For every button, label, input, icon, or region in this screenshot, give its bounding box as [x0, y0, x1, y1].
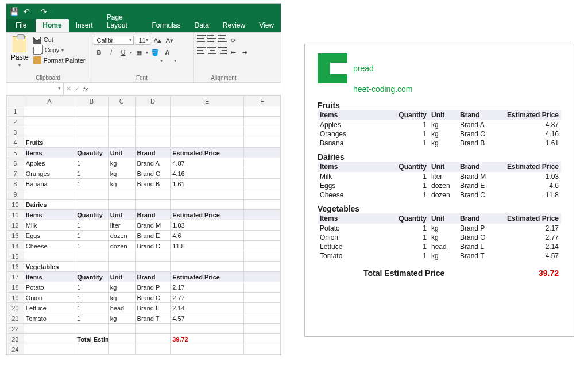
row-header[interactable]: 10	[7, 200, 24, 210]
col-header[interactable]: E	[171, 96, 244, 106]
row-header[interactable]: 16	[7, 262, 24, 272]
cell[interactable]: Onion	[24, 293, 75, 303]
cell[interactable]: Vegetables	[24, 262, 75, 272]
copy-button[interactable]: Copy ▾	[32, 45, 87, 55]
cell[interactable]	[244, 334, 281, 344]
cell[interactable]: kg	[108, 158, 135, 168]
grow-font-button[interactable]: A▴	[152, 35, 163, 45]
row-header[interactable]: 18	[7, 282, 24, 293]
cell[interactable]	[244, 137, 281, 148]
cell[interactable]	[75, 344, 108, 355]
tab-insert[interactable]: Insert	[69, 19, 100, 32]
row-header[interactable]: 15	[7, 251, 24, 262]
tab-page-layout[interactable]: Page Layout	[100, 11, 145, 32]
cell[interactable]	[108, 334, 135, 344]
paste-button[interactable]: Paste ▾	[10, 35, 30, 74]
cell[interactable]: dozen	[108, 241, 135, 251]
underline-button[interactable]: U	[118, 47, 128, 57]
cell[interactable]: Items	[24, 210, 75, 220]
cell[interactable]: Estimated Price	[171, 210, 244, 220]
row-header[interactable]: 5	[7, 148, 24, 158]
cell[interactable]: Quantity	[75, 210, 108, 220]
bold-button[interactable]: B	[94, 47, 104, 57]
cell[interactable]	[135, 189, 171, 200]
row-header[interactable]: 22	[7, 324, 24, 334]
cell[interactable]	[135, 344, 171, 355]
cell[interactable]: Tomato	[24, 313, 75, 324]
cell[interactable]	[108, 106, 135, 117]
cell[interactable]: 1	[75, 168, 108, 179]
col-header[interactable]: B	[75, 96, 108, 106]
italic-button[interactable]: I	[106, 47, 116, 57]
cell[interactable]	[171, 200, 244, 210]
format-painter-button[interactable]: Format Painter	[32, 56, 87, 65]
cell[interactable]	[24, 189, 75, 200]
cell[interactable]	[171, 189, 244, 200]
cell[interactable]: Quantity	[75, 148, 108, 158]
tab-review[interactable]: Review	[216, 19, 252, 32]
cell[interactable]	[75, 251, 108, 262]
cancel-icon[interactable]: ✕	[66, 85, 71, 93]
cell[interactable]	[244, 200, 281, 210]
cell[interactable]: 4.87	[171, 158, 244, 168]
cell[interactable]: Apples	[24, 158, 75, 168]
fx-icon[interactable]: fx	[83, 86, 88, 93]
cell[interactable]	[135, 127, 171, 137]
row-header[interactable]: 2	[7, 117, 24, 127]
row-header[interactable]: 19	[7, 293, 24, 303]
align-right-button[interactable]	[218, 47, 227, 54]
cell[interactable]	[171, 127, 244, 137]
cell[interactable]: kg	[108, 168, 135, 179]
cell[interactable]	[24, 324, 75, 334]
cell[interactable]	[75, 106, 108, 117]
border-button[interactable]: ▦	[134, 47, 144, 57]
cell[interactable]: Items	[24, 272, 75, 282]
cell[interactable]	[244, 262, 281, 272]
cell[interactable]: liter	[108, 220, 135, 231]
tab-home[interactable]: Home	[36, 19, 68, 32]
cell[interactable]: 1	[75, 313, 108, 324]
col-header[interactable]: A	[24, 96, 75, 106]
cell[interactable]	[135, 262, 171, 272]
tab-data[interactable]: Data	[187, 19, 215, 32]
cell[interactable]: 1.03	[171, 220, 244, 231]
cell[interactable]	[171, 117, 244, 127]
cell[interactable]	[244, 127, 281, 137]
cell[interactable]: 1	[75, 282, 108, 293]
row-header[interactable]: 1	[7, 106, 24, 117]
tab-file[interactable]: File	[6, 19, 36, 32]
cell[interactable]: 1	[75, 158, 108, 168]
cell[interactable]: Brand B	[135, 179, 171, 189]
row-header[interactable]: 7	[7, 168, 24, 179]
row-header[interactable]: 12	[7, 220, 24, 231]
cell[interactable]	[75, 262, 108, 272]
cell[interactable]	[244, 158, 281, 168]
row-header[interactable]: 11	[7, 210, 24, 220]
cell[interactable]: 2.14	[171, 303, 244, 313]
cell[interactable]	[244, 231, 281, 241]
cell[interactable]	[171, 251, 244, 262]
cell[interactable]	[244, 303, 281, 313]
cell[interactable]: Brand	[135, 148, 171, 158]
cell[interactable]	[135, 324, 171, 334]
font-size-select[interactable]: 11	[136, 36, 150, 45]
cell[interactable]: Brand L	[135, 303, 171, 313]
cell[interactable]	[244, 189, 281, 200]
tab-view[interactable]: View	[252, 19, 281, 32]
cell[interactable]: Brand O	[135, 168, 171, 179]
row-header[interactable]: 24	[7, 344, 24, 355]
cell[interactable]	[135, 106, 171, 117]
increase-indent-button[interactable]: ⇥	[239, 47, 250, 57]
row-header[interactable]: 17	[7, 272, 24, 282]
cell[interactable]: Unit	[108, 210, 135, 220]
orientation-button[interactable]: ⟳	[228, 35, 238, 45]
cell[interactable]: Unit	[108, 148, 135, 158]
cell[interactable]: Unit	[108, 272, 135, 282]
cell[interactable]	[24, 117, 75, 127]
cell[interactable]: Items	[24, 148, 75, 158]
cell[interactable]	[135, 200, 171, 210]
cell[interactable]: Brand C	[135, 241, 171, 251]
cell[interactable]: Brand	[135, 272, 171, 282]
cell[interactable]	[75, 137, 108, 148]
row-header[interactable]: 21	[7, 313, 24, 324]
